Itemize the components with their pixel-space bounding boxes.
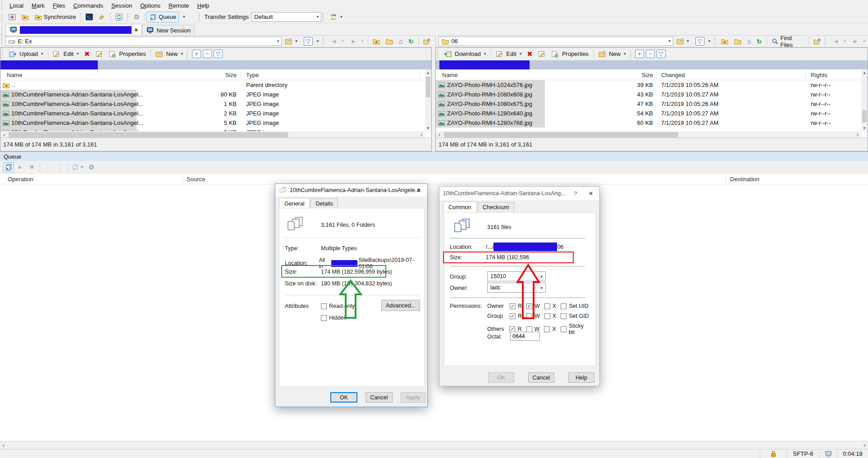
menu-item-session[interactable]: Session <box>107 1 136 10</box>
owner-combo[interactable]: ladc▾ <box>487 283 546 293</box>
queue-preferences-button[interactable]: ⚙ <box>86 162 97 172</box>
column-divider[interactable] <box>656 70 657 79</box>
perm-owner-setuid[interactable]: Set UID <box>561 303 589 309</box>
local-follow-symlink-button[interactable] <box>420 36 434 47</box>
help-button[interactable]: Help <box>568 372 594 383</box>
column-header-size[interactable]: Size <box>194 69 237 80</box>
queue-move-up-button[interactable]: ↑ <box>42 162 53 172</box>
remote-back-button[interactable]: ◄▾ <box>829 36 849 47</box>
toolbar-grip[interactable] <box>323 13 325 21</box>
table-row[interactable]: 10thCumbreFlamenca-Adrian-Santana-LosAng… <box>0 118 431 128</box>
perm-owner-r[interactable]: R <box>510 303 522 309</box>
menu-item-help[interactable]: Help <box>193 1 214 10</box>
toolbar-grip[interactable] <box>199 13 201 21</box>
scroll-right-arrow[interactable]: › <box>861 442 868 449</box>
protocol-status[interactable]: SFTP-6 <box>786 449 819 458</box>
tab-checksum[interactable]: Checksum <box>478 202 514 212</box>
local-edit-button[interactable]: Edit▾ <box>50 49 82 60</box>
remote-new-button[interactable]: New▾ <box>595 49 629 60</box>
table-row[interactable]: 10thCumbreFlamenca-Adrian-Santana-LosAng… <box>0 109 431 118</box>
menu-grip[interactable] <box>1 1 4 9</box>
toolbar-grip[interactable] <box>1 13 4 21</box>
close-icon[interactable]: ✖ <box>582 187 599 200</box>
table-row[interactable]: 10thCumbreFlamenca-Adrian-Santana-LosAng… <box>0 128 431 131</box>
local-properties-button[interactable]: Properties <box>105 49 148 60</box>
remote-open-directory-button[interactable]: ▾ <box>673 36 692 47</box>
scrollbar-thumb[interactable] <box>426 77 430 97</box>
local-open-directory-button[interactable]: ▾ <box>282 36 300 47</box>
table-row[interactable]: ZAYO-Photo-RMH-1080x608.jpg 43 KB 7/1/20… <box>436 90 868 99</box>
address-grip[interactable] <box>1 37 4 46</box>
queue-dropdown[interactable]: ▾ <box>179 12 188 23</box>
connection-status[interactable] <box>819 449 837 458</box>
address-grip[interactable] <box>323 37 325 46</box>
column-divider[interactable] <box>726 174 726 183</box>
checkbox[interactable] <box>544 313 550 319</box>
table-row[interactable]: 10thCumbreFlamenca-Adrian-Santana-LosAng… <box>0 99 431 109</box>
column-header-name[interactable]: Name <box>442 69 458 80</box>
encryption-status[interactable] <box>760 449 786 458</box>
table-row[interactable]: ZAYO-Photo-RMH-1024x576.jpg 39 KB 7/1/20… <box>436 80 868 90</box>
scroll-up-arrow[interactable]: ▲ <box>861 69 868 76</box>
scroll-down-arrow[interactable]: ▼ <box>861 125 868 131</box>
tab-details[interactable]: Details <box>311 198 338 209</box>
perm-others-r[interactable]: R <box>509 326 521 332</box>
menu-item-files[interactable]: Files <box>49 1 69 10</box>
perm-group-r[interactable]: R <box>510 313 522 319</box>
local-home-directory-button[interactable]: ⌂ <box>396 36 406 47</box>
new-session-tab[interactable]: New Session <box>142 25 195 35</box>
transfer-options-button[interactable]: ▾ <box>327 12 345 23</box>
remote-refresh-button[interactable]: ↻ <box>754 36 765 47</box>
checkbox[interactable] <box>561 303 566 309</box>
main-horizontal-scrollbar[interactable]: ‹ › <box>0 441 868 449</box>
unselect-files-button[interactable]: − <box>646 50 655 58</box>
remote-edit-button[interactable]: Edit▾ <box>493 49 524 60</box>
find-files-button[interactable]: Find Files <box>769 36 807 47</box>
apply-button[interactable]: Apply <box>401 392 425 403</box>
local-root-directory-button[interactable] <box>383 36 396 47</box>
remote-rename-button[interactable] <box>535 49 548 60</box>
perm-group-setgid[interactable]: Set GID <box>561 313 589 319</box>
cmd-grip[interactable] <box>2 50 5 58</box>
perm-others-sticky[interactable]: Sticky bit <box>561 323 591 335</box>
synchronize-button[interactable]: Synchronize <box>32 12 79 23</box>
local-new-button[interactable]: New▾ <box>153 49 186 60</box>
remote-path-combo[interactable]: 06 ▾ <box>439 37 673 46</box>
select-files-button[interactable]: + <box>635 50 644 58</box>
toolbar-grip[interactable] <box>127 13 130 21</box>
address-grip[interactable] <box>435 37 438 46</box>
queue-move-down-button[interactable]: ↓ <box>54 162 65 172</box>
remote-vertical-scrollbar[interactable]: ▲ ▼ <box>861 69 868 131</box>
perm-owner-x[interactable]: X <box>544 303 556 309</box>
advanced-button[interactable]: Advanced... <box>381 300 420 311</box>
ok-button[interactable]: OK <box>330 392 357 403</box>
octal-input[interactable] <box>510 332 540 341</box>
column-divider[interactable] <box>241 70 241 79</box>
queue-delete-button[interactable]: ✖ <box>27 162 37 172</box>
table-row[interactable]: ZAYO-Photo-RMH-1280x640.jpg 54 KB 7/1/20… <box>436 109 868 118</box>
open-terminal-button[interactable] <box>83 12 96 23</box>
local-vertical-scrollbar[interactable]: ▲ ▼ <box>425 69 431 131</box>
checkbox[interactable] <box>509 326 515 332</box>
column-divider[interactable] <box>420 70 420 79</box>
tab-common[interactable]: Common <box>443 202 477 213</box>
remote-path-bar[interactable] <box>436 60 868 69</box>
perm-others-x[interactable]: X <box>544 326 556 332</box>
perm-others-w[interactable]: W <box>526 326 540 332</box>
local-parent-directory-button[interactable] <box>370 36 383 47</box>
checkbox[interactable] <box>510 313 516 319</box>
cmd-grip[interactable] <box>630 50 633 58</box>
local-delete-button[interactable]: ✖ <box>82 49 93 60</box>
checkbox[interactable] <box>544 326 550 332</box>
dialog-title-bar[interactable]: 10thCumbreFlamenca-Adrian-Santana-LosAng… <box>275 184 427 197</box>
column-divider[interactable] <box>805 70 806 79</box>
checkbox[interactable] <box>321 303 327 309</box>
address-grip[interactable] <box>714 37 717 46</box>
preferences-button[interactable]: ⚙ <box>131 12 142 23</box>
scrollbar-thumb[interactable] <box>9 132 288 137</box>
queue-resume-button[interactable]: ► <box>15 162 26 172</box>
queue-column-source[interactable]: Source <box>187 174 205 184</box>
hidden-checkbox[interactable]: Hidden <box>321 315 347 321</box>
checkbox[interactable] <box>526 313 532 319</box>
queue-list[interactable] <box>0 184 868 441</box>
